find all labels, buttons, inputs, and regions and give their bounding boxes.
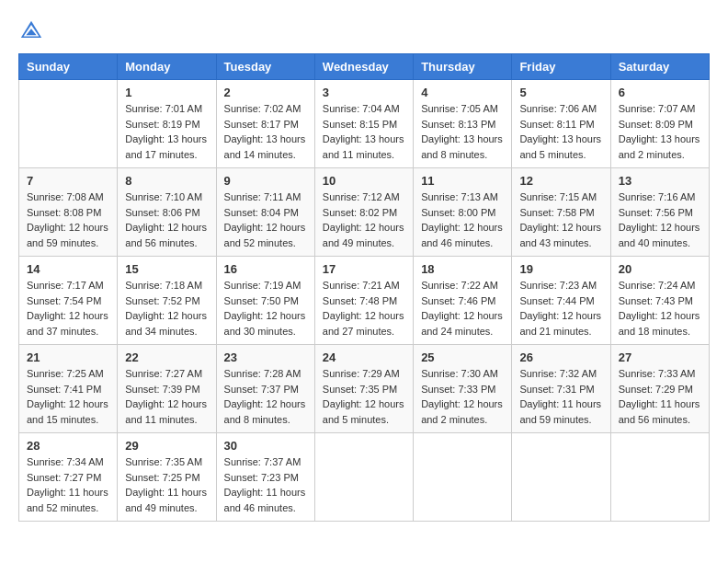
day-info: Sunrise: 7:06 AMSunset: 8:11 PMDaylight:… [519, 101, 602, 162]
calendar-cell: 11Sunrise: 7:13 AMSunset: 8:00 PMDayligh… [414, 168, 512, 257]
day-info: Sunrise: 7:10 AMSunset: 8:06 PMDaylight:… [125, 190, 208, 250]
day-number: 10 [323, 174, 405, 188]
week-row-5: 28Sunrise: 7:34 AMSunset: 7:27 PMDayligh… [19, 433, 710, 522]
calendar-cell: 26Sunrise: 7:32 AMSunset: 7:31 PMDayligh… [512, 345, 610, 433]
day-info: Sunrise: 7:25 AMSunset: 7:41 PMDaylight:… [27, 366, 109, 427]
day-number: 5 [519, 86, 602, 99]
calendar-cell: 21Sunrise: 7:25 AMSunset: 7:41 PMDayligh… [19, 345, 118, 433]
day-number: 28 [27, 439, 109, 453]
calendar-cell: 6Sunrise: 7:07 AMSunset: 8:09 PMDaylight… [610, 80, 709, 168]
day-number: 30 [224, 439, 307, 453]
calendar-cell: 12Sunrise: 7:15 AMSunset: 7:58 PMDayligh… [512, 168, 610, 257]
week-row-3: 14Sunrise: 7:17 AMSunset: 7:54 PMDayligh… [19, 257, 710, 345]
calendar-cell: 15Sunrise: 7:18 AMSunset: 7:52 PMDayligh… [118, 257, 216, 345]
day-info: Sunrise: 7:15 AMSunset: 7:58 PMDaylight:… [519, 190, 602, 250]
day-info: Sunrise: 7:12 AMSunset: 8:02 PMDaylight:… [323, 190, 405, 250]
day-number: 21 [27, 350, 109, 364]
week-row-4: 21Sunrise: 7:25 AMSunset: 7:41 PMDayligh… [19, 345, 710, 433]
day-number: 7 [27, 174, 109, 188]
day-info: Sunrise: 7:24 AMSunset: 7:43 PMDaylight:… [619, 278, 701, 339]
day-number: 1 [125, 86, 208, 99]
calendar-cell: 9Sunrise: 7:11 AMSunset: 8:04 PMDaylight… [216, 168, 314, 257]
day-info: Sunrise: 7:27 AMSunset: 7:39 PMDaylight:… [125, 366, 208, 427]
calendar-cell: 8Sunrise: 7:10 AMSunset: 8:06 PMDaylight… [118, 168, 216, 257]
day-info: Sunrise: 7:19 AMSunset: 7:50 PMDaylight:… [224, 278, 307, 339]
day-number: 19 [519, 262, 602, 276]
calendar-cell: 23Sunrise: 7:28 AMSunset: 7:37 PMDayligh… [216, 345, 314, 433]
logo-icon [18, 18, 44, 44]
calendar-cell: 3Sunrise: 7:04 AMSunset: 8:15 PMDaylight… [314, 80, 413, 168]
day-number: 2 [224, 86, 307, 99]
header-row: SundayMondayTuesdayWednesdayThursdayFrid… [19, 54, 710, 80]
calendar-cell: 19Sunrise: 7:23 AMSunset: 7:44 PMDayligh… [512, 257, 610, 345]
calendar-cell: 29Sunrise: 7:35 AMSunset: 7:25 PMDayligh… [118, 433, 216, 522]
day-info: Sunrise: 7:33 AMSunset: 7:29 PMDaylight:… [619, 366, 701, 427]
day-number: 29 [125, 439, 208, 453]
day-info: Sunrise: 7:18 AMSunset: 7:52 PMDaylight:… [125, 278, 208, 339]
day-number: 22 [125, 350, 208, 364]
day-number: 3 [323, 86, 405, 99]
page-header [18, 18, 710, 44]
day-number: 25 [421, 350, 504, 364]
col-header-wednesday: Wednesday [314, 54, 413, 80]
calendar-table: SundayMondayTuesdayWednesdayThursdayFrid… [18, 53, 710, 522]
calendar-cell: 13Sunrise: 7:16 AMSunset: 7:56 PMDayligh… [610, 168, 709, 257]
calendar-cell: 24Sunrise: 7:29 AMSunset: 7:35 PMDayligh… [314, 345, 413, 433]
calendar-cell [512, 433, 610, 522]
calendar-cell: 7Sunrise: 7:08 AMSunset: 8:08 PMDaylight… [19, 168, 118, 257]
calendar-cell: 14Sunrise: 7:17 AMSunset: 7:54 PMDayligh… [19, 257, 118, 345]
calendar-cell [19, 80, 118, 168]
day-info: Sunrise: 7:13 AMSunset: 8:00 PMDaylight:… [421, 190, 504, 250]
calendar-cell: 18Sunrise: 7:22 AMSunset: 7:46 PMDayligh… [414, 257, 512, 345]
calendar-cell [414, 433, 512, 522]
day-info: Sunrise: 7:23 AMSunset: 7:44 PMDaylight:… [519, 278, 602, 339]
day-number: 20 [619, 262, 701, 276]
day-info: Sunrise: 7:07 AMSunset: 8:09 PMDaylight:… [619, 101, 701, 162]
calendar-cell [314, 433, 413, 522]
day-info: Sunrise: 7:16 AMSunset: 7:56 PMDaylight:… [619, 190, 701, 250]
calendar-cell: 10Sunrise: 7:12 AMSunset: 8:02 PMDayligh… [314, 168, 413, 257]
col-header-thursday: Thursday [414, 54, 512, 80]
day-info: Sunrise: 7:30 AMSunset: 7:33 PMDaylight:… [421, 366, 504, 427]
day-number: 9 [224, 174, 307, 188]
day-info: Sunrise: 7:32 AMSunset: 7:31 PMDaylight:… [519, 366, 602, 427]
day-number: 14 [27, 262, 109, 276]
calendar-cell [610, 433, 709, 522]
day-number: 11 [421, 174, 504, 188]
day-number: 4 [421, 86, 504, 99]
day-info: Sunrise: 7:02 AMSunset: 8:17 PMDaylight:… [224, 101, 307, 162]
day-info: Sunrise: 7:17 AMSunset: 7:54 PMDaylight:… [27, 278, 109, 339]
week-row-1: 1Sunrise: 7:01 AMSunset: 8:19 PMDaylight… [19, 80, 710, 168]
day-info: Sunrise: 7:11 AMSunset: 8:04 PMDaylight:… [224, 190, 307, 250]
day-info: Sunrise: 7:28 AMSunset: 7:37 PMDaylight:… [224, 366, 307, 427]
col-header-friday: Friday [512, 54, 610, 80]
calendar-cell: 16Sunrise: 7:19 AMSunset: 7:50 PMDayligh… [216, 257, 314, 345]
day-info: Sunrise: 7:22 AMSunset: 7:46 PMDaylight:… [421, 278, 504, 339]
col-header-monday: Monday [118, 54, 216, 80]
day-number: 18 [421, 262, 504, 276]
day-info: Sunrise: 7:21 AMSunset: 7:48 PMDaylight:… [323, 278, 405, 339]
calendar-cell: 28Sunrise: 7:34 AMSunset: 7:27 PMDayligh… [19, 433, 118, 522]
day-info: Sunrise: 7:29 AMSunset: 7:35 PMDaylight:… [323, 366, 405, 427]
col-header-saturday: Saturday [610, 54, 709, 80]
day-info: Sunrise: 7:01 AMSunset: 8:19 PMDaylight:… [125, 101, 208, 162]
day-number: 27 [619, 350, 701, 364]
day-info: Sunrise: 7:37 AMSunset: 7:23 PMDaylight:… [224, 454, 307, 515]
day-number: 26 [519, 350, 602, 364]
day-number: 17 [323, 262, 405, 276]
calendar-cell: 30Sunrise: 7:37 AMSunset: 7:23 PMDayligh… [216, 433, 314, 522]
logo [18, 18, 48, 44]
calendar-cell: 5Sunrise: 7:06 AMSunset: 8:11 PMDaylight… [512, 80, 610, 168]
day-number: 8 [125, 174, 208, 188]
calendar-cell: 20Sunrise: 7:24 AMSunset: 7:43 PMDayligh… [610, 257, 709, 345]
day-number: 15 [125, 262, 208, 276]
col-header-tuesday: Tuesday [216, 54, 314, 80]
day-info: Sunrise: 7:35 AMSunset: 7:25 PMDaylight:… [125, 454, 208, 515]
day-number: 16 [224, 262, 307, 276]
day-number: 6 [619, 86, 701, 99]
day-number: 13 [619, 174, 701, 188]
calendar-cell: 27Sunrise: 7:33 AMSunset: 7:29 PMDayligh… [610, 345, 709, 433]
day-info: Sunrise: 7:34 AMSunset: 7:27 PMDaylight:… [27, 454, 109, 515]
calendar-cell: 25Sunrise: 7:30 AMSunset: 7:33 PMDayligh… [414, 345, 512, 433]
calendar-cell: 4Sunrise: 7:05 AMSunset: 8:13 PMDaylight… [414, 80, 512, 168]
